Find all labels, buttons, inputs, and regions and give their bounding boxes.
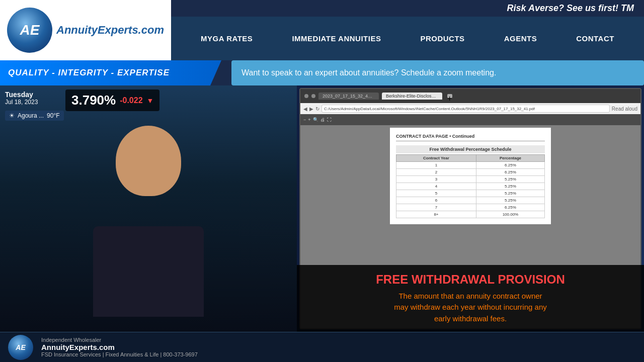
pdf-row-year-3: 4 [396,183,476,190]
bottom-info: Independent Wholesaler AnnuityExperts.co… [41,337,198,357]
pdf-row-pct-1: 6.25% [476,169,544,176]
logo-ae-text: AE [20,22,40,38]
pdf-page-header: CONTRACT DATA PAGE • Continued [396,134,545,141]
weather-temp: 90°F [47,112,59,119]
tagline-section: QUALITY - INTEGRITY - EXPERTISE Want to … [0,60,644,85]
browser-dot-1 [304,94,308,98]
pdf-table-title: Free Withdrawal Percentage Schedule [396,145,545,153]
zoom-text: Want to speak to an expert about annuiti… [242,68,496,77]
pdf-row-pct-7: 100.00% [476,211,544,218]
weather-location: Agoura ... [18,112,44,119]
pdf-col-year: Contract Year [396,155,476,162]
rate-value: 3.790% [71,93,116,108]
overlay-desc: The amount that an annuity contract owne… [307,291,634,325]
pdf-row-year-2: 3 [396,176,476,183]
rate-display: 3.790% -0.022 ▼ [65,89,159,111]
zoom-banner[interactable]: Want to speak to an expert about annuiti… [231,60,644,85]
pdf-print[interactable]: 🖨 [320,117,325,122]
pdf-row-year-5: 6 [396,197,476,204]
weather-widget: ☀ Agoura ... 90°F [5,111,64,121]
nav-area: Risk Averse? See us first! TM MYGA RATES… [171,0,644,60]
bottom-logo-icon: AE [8,335,33,360]
tagline-left: QUALITY - INTEGRITY - EXPERTISE [0,60,221,85]
pdf-zoom-out[interactable]: − [303,117,306,122]
date-day: Tuesday [5,90,38,99]
logo-text: AnnuityExperts.com [56,24,164,37]
bottom-details: FSD Insurance Services | Fixed Annuities… [41,351,198,357]
nav-products[interactable]: PRODUCTS [414,30,470,47]
rate-arrow-icon: ▼ [147,97,154,105]
logo-icon: AE [7,8,52,53]
forward-button[interactable]: ▶ [309,106,313,112]
pdf-content: CONTRACT DATA PAGE • Continued Free With… [390,128,551,224]
pdf-row-pct-6: 6.25% [476,204,544,211]
pdf-row-year-1: 2 [396,169,476,176]
reload-button[interactable]: ↻ [315,106,319,112]
webcam-area: Tuesday Jul 18, 2023 3.790% -0.022 ▼ ☀ A… [0,85,297,332]
pdf-row-year-4: 5 [396,190,476,197]
browser-tab-1[interactable]: 2023_07_17_15_32_41pdf [318,93,379,100]
date-widget: Tuesday Jul 18, 2023 [5,90,38,106]
address-bar[interactable]: C:/Users/Admin/AppData/Local/Microsoft/W… [321,105,610,113]
nav-menu: MYGA RATES IMMEDIATE ANNUITIES PRODUCTS … [171,17,644,60]
main-content: Tuesday Jul 18, 2023 3.790% -0.022 ▼ ☀ A… [0,85,644,332]
bottom-wholesaler: Independent Wholesaler [41,337,198,343]
pdf-row-pct-5: 5.25% [476,197,544,204]
browser-toolbar: ◀ ▶ ↻ C:/Users/Admin/AppData/Local/Micro… [300,103,640,114]
weather-icon: ☀ [9,112,15,119]
nav-agents[interactable]: AGENTS [498,30,543,47]
overlay-title: FREE WITHDRAWAL PROVISION [307,273,634,287]
header: AE AnnuityExperts.com Risk Averse? See u… [0,0,644,60]
pdf-row-year-7: 8+ [396,211,476,218]
pdf-row-year-6: 7 [396,204,476,211]
bottom-site[interactable]: AnnuityExperts.com [41,343,198,351]
pdf-tools[interactable]: 🔍 [313,117,318,122]
rate-change: -0.022 [120,96,142,105]
bottom-bar: AE Independent Wholesaler AnnuityExperts… [0,332,644,362]
nav-contact[interactable]: CONTACT [570,30,620,47]
pdf-row-pct-3: 5.25% [476,183,544,190]
browser-tab-2[interactable]: Berkshire-Elite-Disclosure.pdf [382,93,442,100]
browser-chrome: 2023_07_17_15_32_41pdf Berkshire-Elite-D… [300,89,640,103]
person-silhouette [53,126,244,317]
pdf-row-pct-0: 6.25% [476,162,544,169]
back-button[interactable]: ◀ [303,106,307,112]
top-banner: Risk Averse? See us first! TM [171,0,644,17]
nav-myga-rates[interactable]: MYGA RATES [195,30,259,47]
read-aloud-button[interactable]: Read aloud [612,106,637,112]
pdf-table: Contract Year Percentage 16.25%26.25%35.… [396,154,545,218]
date-full: Jul 18, 2023 [5,99,38,106]
overlay-text: FREE WITHDRAWAL PROVISION The amount tha… [297,265,644,332]
person-body [93,226,204,317]
new-tab-button[interactable]: + [447,94,452,98]
pdf-row-pct-2: 5.25% [476,176,544,183]
tagline-text: QUALITY - INTEGRITY - EXPERTISE [8,68,170,78]
pdf-row-pct-4: 5.25% [476,190,544,197]
pdf-col-pct: Percentage [476,155,544,162]
browser-dot-2 [311,94,315,98]
person-head [116,126,181,196]
person-video [0,85,297,332]
pdf-toolbar: − + 🔍 🖨 ⛶ [300,114,640,125]
pdf-zoom-in[interactable]: + [308,117,310,122]
logo-area: AE AnnuityExperts.com [0,0,171,60]
pdf-fullscreen[interactable]: ⛶ [327,117,332,122]
pdf-row-year-0: 1 [396,162,476,169]
nav-immediate-annuities[interactable]: IMMEDIATE ANNUITIES [286,30,387,47]
